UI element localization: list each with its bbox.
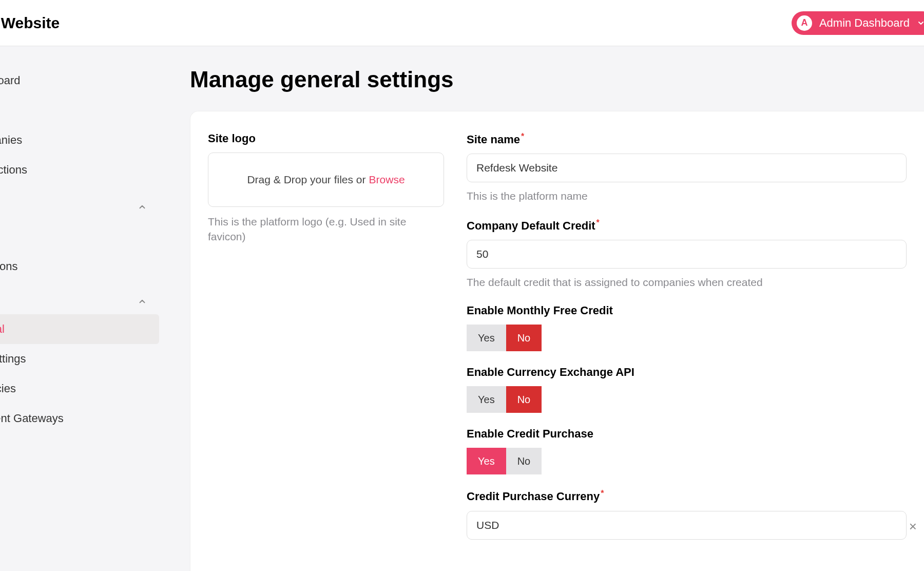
- default-credit-help: The default credit that is assigned to c…: [467, 275, 907, 290]
- sidebar-item-currencies[interactable]: rencies: [0, 374, 159, 404]
- logo-dropzone[interactable]: Drag & Drop your files or Browse: [208, 153, 444, 207]
- admin-dashboard-dropdown[interactable]: A Admin Dashboard: [792, 11, 924, 35]
- sidebar-item-companies[interactable]: mpanies: [0, 125, 159, 155]
- sidebar-item-label: shboard: [0, 74, 21, 87]
- chevron-down-icon: [917, 19, 924, 27]
- close-icon[interactable]: ×: [909, 519, 917, 535]
- site-logo-label: Site logo: [208, 132, 444, 145]
- monthly-free-label: Enable Monthly Free Credit: [467, 304, 907, 317]
- page-title: Manage general settings: [190, 67, 924, 92]
- sidebar-item-dashboard[interactable]: shboard: [0, 66, 159, 96]
- sidebar-item-label: nsactions: [0, 163, 27, 177]
- sidebar-item-collapse-1[interactable]: es: [0, 192, 159, 222]
- site-name-label: Site name: [467, 132, 907, 146]
- sidebar: shboard rs mpanies nsactions es ms lecti…: [0, 46, 159, 571]
- admin-label: Admin Dashboard: [819, 16, 910, 30]
- default-credit-input[interactable]: [467, 240, 907, 269]
- sidebar-item-settings[interactable]: l Settings: [0, 344, 159, 374]
- settings-card: Site logo Drag & Drop your files or Brow…: [190, 111, 924, 571]
- sidebar-item-payment-gateways[interactable]: yment Gateways: [0, 404, 159, 433]
- sidebar-item-collections[interactable]: lections: [0, 252, 159, 281]
- sidebar-item-collapse-2[interactable]: [0, 289, 159, 314]
- admin-avatar: A: [797, 15, 812, 31]
- logo-help-text: This is the platform logo (e.g. Used in …: [208, 214, 444, 244]
- sidebar-item-label: l Settings: [0, 352, 26, 366]
- sidebar-item-general[interactable]: neral: [0, 314, 159, 344]
- credit-purchase-label: Enable Credit Purchase: [467, 427, 907, 441]
- credit-purchase-no[interactable]: No: [506, 448, 542, 474]
- sidebar-item-label: mpanies: [0, 134, 22, 147]
- chevron-up-icon: [138, 202, 147, 212]
- currency-api-no[interactable]: No: [506, 386, 542, 413]
- monthly-free-yes[interactable]: Yes: [467, 325, 506, 351]
- default-credit-label: Company Default Credit: [467, 218, 907, 233]
- credit-purchase-yes[interactable]: Yes: [467, 448, 506, 474]
- currency-api-yes[interactable]: Yes: [467, 386, 506, 413]
- sidebar-item-label: lections: [0, 260, 18, 273]
- site-name-help: This is the platform name: [467, 188, 907, 203]
- sidebar-item-label: yment Gateways: [0, 412, 64, 425]
- site-title: sk Website: [0, 14, 60, 32]
- sidebar-item-label: rencies: [0, 382, 16, 395]
- dropzone-text: Drag & Drop your files or: [247, 174, 365, 186]
- sidebar-item-users[interactable]: rs: [0, 96, 159, 125]
- sidebar-item-ms[interactable]: ms: [0, 222, 159, 252]
- header: sk Website A Admin Dashboard: [0, 0, 924, 46]
- site-name-input[interactable]: [467, 154, 907, 182]
- sidebar-item-transactions[interactable]: nsactions: [0, 155, 159, 185]
- main-content: Manage general settings Site logo Drag &…: [159, 46, 924, 571]
- sidebar-item-label: neral: [0, 322, 5, 336]
- currency-api-label: Enable Currency Exchange API: [467, 366, 907, 379]
- browse-link[interactable]: Browse: [369, 174, 405, 186]
- chevron-up-icon: [138, 297, 147, 306]
- purchase-currency-label: Credit Purchase Curreny: [467, 489, 907, 503]
- purchase-currency-select[interactable]: [467, 511, 907, 540]
- monthly-free-no[interactable]: No: [506, 325, 542, 351]
